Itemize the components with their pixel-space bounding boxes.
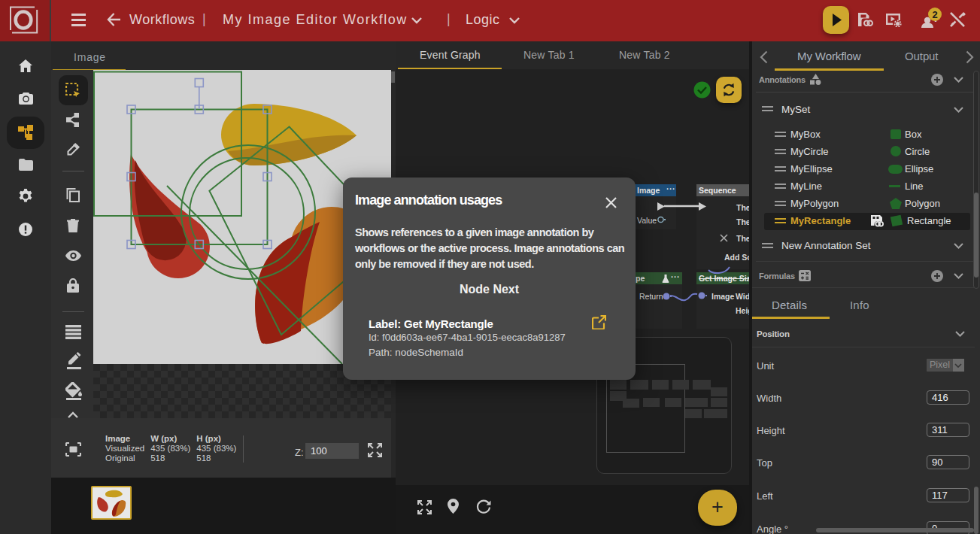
svg-text:2: 2 bbox=[932, 9, 937, 20]
